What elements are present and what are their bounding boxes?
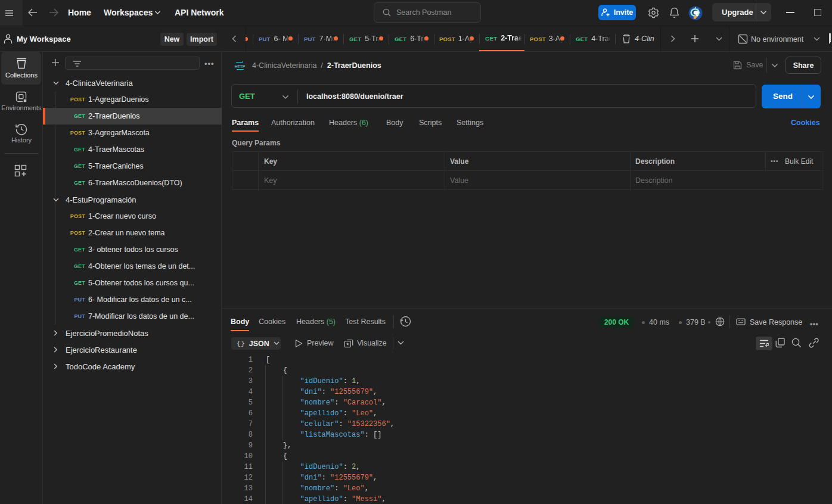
svg-text:HTTP: HTTP	[235, 64, 246, 69]
